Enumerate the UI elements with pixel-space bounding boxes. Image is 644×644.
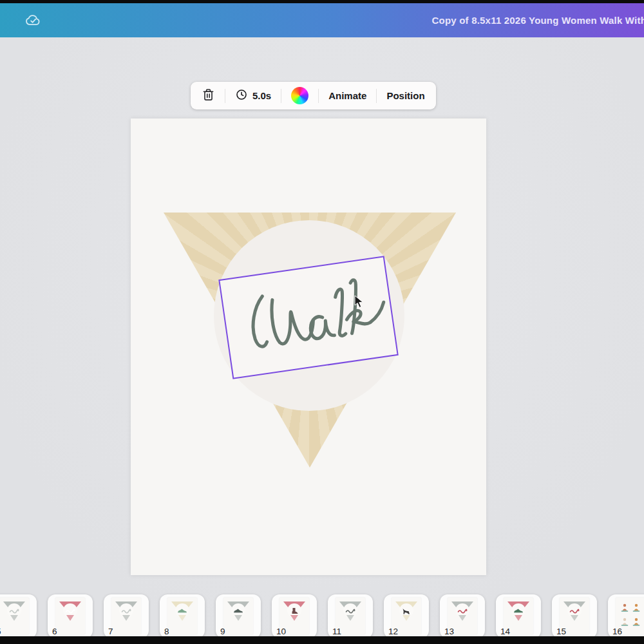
animate-button[interactable]: Animate	[326, 86, 369, 106]
mini-triangle-tip	[515, 615, 522, 621]
mini-triangle-tip	[178, 615, 186, 621]
thumbnail-number: 11	[332, 627, 341, 636]
sneaker-icon	[177, 606, 187, 614]
delete-button[interactable]	[199, 86, 218, 106]
context-toolbar: 5.0s Animate Position	[191, 82, 436, 109]
person-figure-icon	[621, 603, 629, 615]
mini-triangle-tip	[571, 615, 578, 621]
thumbnail-preview	[111, 598, 141, 634]
thumbnail-page-14[interactable]: 14	[496, 594, 541, 638]
position-button[interactable]: Position	[384, 86, 427, 106]
thumbnail-page-10[interactable]: 10	[272, 594, 317, 638]
thumbnail-number: 14	[500, 627, 510, 636]
animate-label: Animate	[328, 90, 366, 101]
letterbox-bottom	[0, 636, 644, 644]
boot-icon	[289, 606, 299, 614]
duration-button[interactable]: 5.0s	[232, 86, 274, 106]
color-picker-button[interactable]	[289, 86, 311, 106]
thumbnail-number: 16	[612, 627, 622, 636]
thumbnail-preview	[55, 598, 85, 634]
mini-triangle-tip	[402, 615, 410, 621]
filmstrip: 5678910111213141516	[0, 594, 644, 639]
figures-icon	[619, 602, 642, 630]
thumbnail-page-7[interactable]: 7	[104, 594, 149, 638]
mini-triangle-tip	[66, 615, 74, 621]
sneaker-icon	[513, 606, 524, 614]
toolbar-divider	[225, 89, 225, 103]
sneaker-icon	[233, 606, 243, 614]
thumbnail-number: 5	[0, 627, 1, 636]
toolbar-divider	[376, 89, 377, 103]
thumbnail-preview	[0, 598, 29, 634]
heel-icon	[401, 606, 412, 614]
thumbnail-number: 12	[388, 627, 398, 636]
thumbnail-number: 15	[556, 627, 566, 636]
script-icon	[569, 606, 580, 614]
thumbnail-page-11[interactable]: 11	[328, 594, 373, 638]
trash-icon	[202, 88, 215, 104]
editor-workspace: 5.0s Animate Position	[0, 37, 644, 636]
mini-triangle-tip	[346, 615, 354, 621]
thumbnail-page-6[interactable]: 6	[48, 594, 93, 638]
thumbnail-preview	[223, 598, 253, 634]
document-title: Copy of 8.5x11 2026 Young Women Walk Wit…	[432, 3, 644, 37]
thumbnail-number: 10	[276, 627, 286, 636]
duration-value: 5.0s	[252, 90, 271, 101]
script-icon	[345, 606, 355, 614]
cloud-check-icon	[24, 12, 41, 29]
thumbnail-page-12[interactable]: 12	[384, 594, 429, 638]
thumbnail-page-15[interactable]: 15	[552, 594, 597, 638]
script-icon	[121, 606, 131, 614]
toolbar-divider	[281, 89, 281, 103]
color-wheel-icon	[291, 87, 308, 104]
thumbnail-number: 13	[444, 627, 454, 636]
script-icon	[9, 606, 19, 614]
person-figure-icon	[632, 603, 640, 615]
script-icon	[65, 606, 75, 614]
mini-triangle-tip	[459, 615, 466, 621]
thumbnail-page-9[interactable]: 9	[216, 594, 261, 638]
mini-triangle-tip	[122, 615, 130, 621]
mini-triangle-tip	[10, 615, 18, 621]
mouse-cursor-icon	[353, 295, 366, 309]
thumbnail-page-13[interactable]: 13	[440, 594, 485, 638]
position-label: Position	[386, 90, 424, 101]
person-figure-icon	[632, 618, 640, 629]
thumbnail-page-16[interactable]: 16	[608, 594, 644, 638]
toolbar-divider	[318, 89, 319, 103]
thumbnail-preview	[167, 598, 197, 634]
design-page-canvas[interactable]	[131, 118, 486, 575]
thumbnail-number: 7	[108, 627, 113, 636]
app-header: Copy of 8.5x11 2026 Young Women Walk Wit…	[0, 3, 644, 37]
thumbnail-page-5[interactable]: 5	[0, 594, 37, 638]
thumbnail-number: 9	[220, 627, 225, 636]
script-icon	[457, 606, 468, 614]
thumbnail-number: 6	[52, 627, 57, 636]
thumbnail-page-8[interactable]: 8	[160, 594, 205, 638]
mini-triangle-tip	[234, 615, 242, 621]
letterbox-top	[0, 0, 644, 3]
clock-icon	[235, 88, 248, 103]
mini-triangle-tip	[290, 615, 298, 621]
thumbnail-number: 8	[164, 627, 169, 636]
